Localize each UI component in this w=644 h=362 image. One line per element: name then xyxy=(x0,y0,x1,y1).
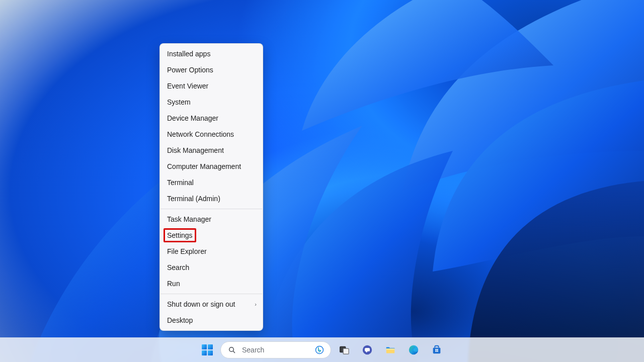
menu-item-label: Task Manager xyxy=(167,215,211,223)
menu-item-label: Settings xyxy=(167,231,193,239)
svg-rect-18 xyxy=(437,350,438,351)
edge-button[interactable] xyxy=(404,340,424,360)
svg-line-1 xyxy=(233,351,235,353)
winx-item-task-manager[interactable]: Task Manager xyxy=(160,211,263,227)
menu-item-label: System xyxy=(167,98,191,106)
menu-item-label: Device Manager xyxy=(167,114,218,122)
menu-item-label: File Explorer xyxy=(167,247,207,255)
menu-item-label: Desktop xyxy=(167,316,193,324)
search-placeholder: Search xyxy=(242,346,264,354)
winx-item-computer-management[interactable]: Computer Management xyxy=(160,158,263,174)
svg-rect-17 xyxy=(435,350,436,351)
winx-item-terminal-admin[interactable]: Terminal (Admin) xyxy=(160,191,263,207)
menu-item-label: Search xyxy=(167,263,189,272)
file-explorer-icon xyxy=(384,344,396,356)
winx-item-shut-down-or-sign-out[interactable]: Shut down or sign out› xyxy=(160,296,263,312)
menu-item-label: Computer Management xyxy=(167,162,241,170)
winx-item-disk-management[interactable]: Disk Management xyxy=(160,142,263,158)
winx-item-network-connections[interactable]: Network Connections xyxy=(160,126,263,142)
winx-item-file-explorer[interactable]: File Explorer xyxy=(160,243,263,259)
edge-icon xyxy=(408,344,420,356)
winx-item-power-options[interactable]: Power Options xyxy=(160,62,263,78)
winx-item-settings[interactable]: Settings xyxy=(160,227,263,243)
svg-rect-14 xyxy=(433,347,441,353)
winx-item-event-viewer[interactable]: Event Viewer xyxy=(160,78,263,94)
desktop-wallpaper xyxy=(0,0,644,362)
menu-item-label: Shut down or sign out xyxy=(167,300,235,308)
menu-item-label: Installed apps xyxy=(167,50,210,58)
start-icon xyxy=(202,344,213,355)
bing-icon xyxy=(313,344,326,356)
menu-item-label: Terminal xyxy=(167,178,194,187)
menu-separator xyxy=(160,294,262,294)
svg-point-0 xyxy=(229,347,234,352)
winx-menu[interactable]: Installed appsPower OptionsEvent ViewerS… xyxy=(159,43,263,331)
svg-rect-16 xyxy=(437,349,438,350)
winx-item-search[interactable]: Search xyxy=(160,259,263,276)
taskbar: Search xyxy=(0,337,644,362)
start-button[interactable] xyxy=(197,340,217,360)
svg-rect-4 xyxy=(343,348,349,354)
winx-item-terminal[interactable]: Terminal xyxy=(160,174,263,191)
menu-separator xyxy=(160,209,262,209)
taskbar-search[interactable]: Search xyxy=(220,341,331,358)
winx-item-run[interactable]: Run xyxy=(160,276,263,292)
svg-rect-12 xyxy=(386,348,395,350)
menu-item-label: Network Connections xyxy=(167,130,234,138)
chevron-right-icon: › xyxy=(255,301,257,307)
winx-item-installed-apps[interactable]: Installed apps xyxy=(160,46,263,62)
task-view-icon xyxy=(338,344,350,356)
chat-button[interactable] xyxy=(357,340,377,360)
chat-icon xyxy=(361,344,373,356)
search-icon xyxy=(226,344,238,356)
winx-item-system[interactable]: System xyxy=(160,94,263,110)
file-explorer-button[interactable] xyxy=(380,340,400,360)
svg-rect-15 xyxy=(435,349,436,350)
winx-item-desktop[interactable]: Desktop xyxy=(160,312,263,328)
menu-item-label: Run xyxy=(167,280,180,288)
menu-item-label: Terminal (Admin) xyxy=(167,195,220,203)
menu-item-label: Disk Management xyxy=(167,146,224,154)
menu-item-label: Power Options xyxy=(167,66,213,74)
microsoft-store-button[interactable] xyxy=(427,340,447,360)
task-view-button[interactable] xyxy=(334,340,354,360)
winx-item-device-manager[interactable]: Device Manager xyxy=(160,110,263,126)
microsoft-store-icon xyxy=(431,344,443,356)
menu-item-label: Event Viewer xyxy=(167,82,208,90)
